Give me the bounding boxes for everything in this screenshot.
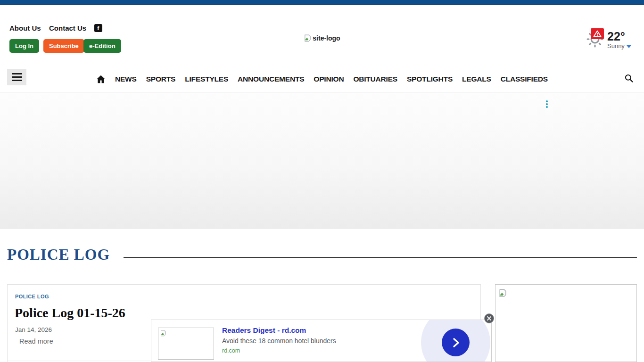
weather-condition[interactable]: Sunny [607, 42, 631, 49]
broken-image-icon [304, 34, 312, 42]
broken-image-icon [498, 288, 507, 297]
nav-item-announcements[interactable]: ANNOUNCEMENTS [238, 75, 304, 83]
article-date: Jan 14, 2026 [15, 326, 52, 333]
facebook-icon[interactable]: f [94, 24, 102, 32]
contact-us-link[interactable]: Contact Us [49, 24, 86, 32]
top-accent-bar [0, 0, 644, 5]
site-logo: site-logo [0, 34, 644, 44]
nav-item-legals[interactable]: LEGALS [462, 75, 491, 83]
read-more-link[interactable]: Read more [19, 337, 53, 345]
weather-widget[interactable]: 22° Sunny [585, 26, 636, 50]
site-logo-link[interactable]: site-logo [304, 34, 340, 42]
top-ad-slot [0, 92, 644, 229]
anchor-ad: Readers Digest - rd.com Avoid these 18 c… [151, 320, 492, 362]
chevron-down-icon [627, 45, 631, 48]
nav-item-sports[interactable]: SPORTS [146, 75, 176, 83]
ad-image-placeholder[interactable] [158, 328, 214, 360]
nav-item-opinion[interactable]: OPINION [314, 75, 344, 83]
site-logo-alt-text: site-logo [313, 34, 340, 42]
close-icon [487, 316, 491, 321]
search-icon[interactable] [624, 74, 634, 84]
weather-alert-icon [591, 28, 604, 39]
ad-sponsor-link[interactable]: Readers Digest - rd.com [222, 326, 306, 335]
nav-item-lifestyles[interactable]: LIFESTYLES [185, 75, 228, 83]
nav-item-news[interactable]: NEWS [115, 75, 137, 83]
main-nav: NEWS SPORTS LIFESTYLES ANNOUNCEMENTS OPI… [0, 66, 644, 92]
ad-arrow-button[interactable] [442, 329, 470, 356]
ad-close-button[interactable] [484, 313, 494, 323]
ad-options-icon[interactable] [544, 100, 550, 111]
nav-items: NEWS SPORTS LIFESTYLES ANNOUNCEMENTS OPI… [0, 66, 644, 92]
home-icon[interactable] [96, 75, 106, 83]
article-category-label[interactable]: POLICE LOG [15, 294, 49, 299]
ad-display-url: rd.com [222, 347, 240, 354]
chevron-right-icon [450, 337, 462, 348]
weather-temp: 22° [607, 30, 625, 43]
nav-item-spotlights[interactable]: SPOTLIGHTS [407, 75, 453, 83]
ad-headline[interactable]: Avoid these 18 common hotel blunders [222, 337, 336, 345]
sidebar-ad-slot[interactable] [495, 284, 637, 362]
nav-item-classifieds[interactable]: CLASSIFIEDS [501, 75, 548, 83]
article-title[interactable]: Police Log 01-15-26 [15, 305, 125, 321]
nav-item-obituaries[interactable]: OBITUARIES [353, 75, 397, 83]
section-rule [124, 257, 637, 258]
site-header: About Us Contact Us f Log In Subscribe e… [0, 5, 644, 66]
broken-image-icon [160, 329, 167, 337]
about-us-link[interactable]: About Us [9, 24, 41, 32]
section-title[interactable]: POLICE LOG [7, 246, 110, 263]
weather-condition-label: Sunny [607, 42, 625, 49]
